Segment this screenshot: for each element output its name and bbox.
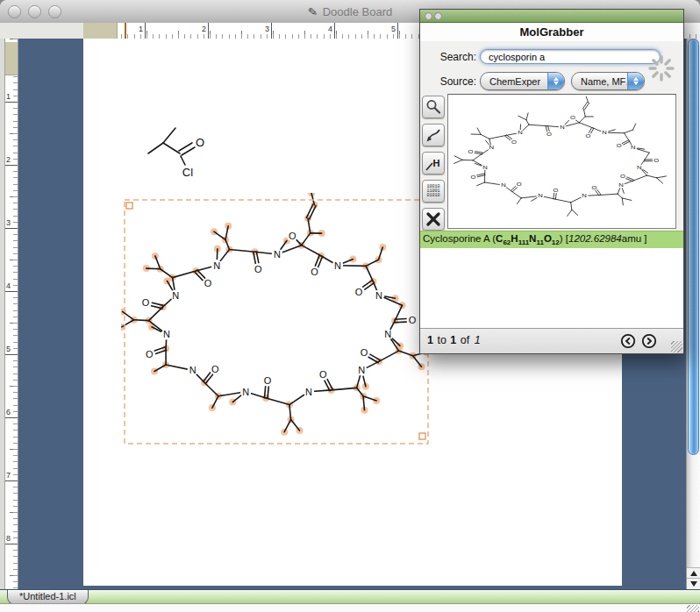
cyclosporin-preview-drawing: OOOOOOOOOOOONNNNNNNNNNN [454, 96, 671, 226]
curved-arrow-icon [424, 125, 443, 145]
svg-text:O: O [553, 188, 558, 193]
svg-text:O: O [204, 278, 212, 288]
ruler-number: 2 [6, 155, 11, 164]
svg-text:N: N [358, 365, 365, 375]
ruler-number: 7 [6, 471, 11, 480]
tools-button[interactable] [422, 208, 445, 231]
svg-text:N: N [602, 130, 607, 135]
binary-data-button[interactable]: 10010 11001 01010 [422, 180, 445, 203]
doodle-board-window: ✎ Doodle Board 123456789 12345678 [0, 0, 700, 612]
ruler-tick [145, 23, 146, 39]
svg-text:O: O [654, 158, 659, 163]
svg-text:O: O [254, 264, 262, 274]
svg-text:N: N [518, 130, 523, 135]
svg-text:N: N [384, 329, 391, 339]
selection-handle-bottomright [419, 433, 425, 439]
magnifier-icon [424, 97, 443, 117]
palette-title: MolGrabber [420, 23, 683, 41]
ruler-number: 6 [6, 408, 11, 416]
svg-text:N: N [189, 365, 196, 375]
result-list-area[interactable] [420, 248, 683, 329]
selection-handle-topleft [126, 203, 132, 209]
next-result-button[interactable] [641, 333, 657, 349]
search-input[interactable] [480, 49, 661, 64]
svg-text:O: O [585, 133, 590, 139]
source-label: Source: [424, 75, 476, 88]
search-result-row[interactable]: Cyclosporine A (C62H111N11O12) [1202.629… [420, 231, 683, 248]
acyl-chloride-molecule[interactable]: O Cl [140, 114, 221, 188]
svg-text:N: N [582, 193, 587, 198]
palette-titlebar[interactable] [420, 10, 683, 23]
source-popup-value: ChemExper [489, 76, 540, 87]
vertical-scrollbar-thumb[interactable] [688, 39, 699, 455]
svg-text:O: O [616, 143, 621, 148]
svg-text:O: O [211, 364, 219, 374]
svg-text:N: N [172, 290, 179, 301]
search-structure-button[interactable] [422, 96, 445, 118]
svg-text:O: O [361, 347, 368, 358]
ruler-tick [397, 23, 398, 39]
v-ruler-margin-block [5, 42, 18, 75]
scroll-down-button[interactable] [687, 578, 700, 589]
ruler-number: 4 [322, 25, 332, 33]
source-popup[interactable]: ChemExper [480, 72, 565, 90]
molgrabber-palette[interactable]: MolGrabber Search: Source: ChemExper Nam… [419, 9, 684, 354]
previous-result-button[interactable] [620, 333, 636, 349]
svg-text:N: N [618, 182, 624, 188]
selection-rectangle [125, 200, 428, 444]
up-arrow-icon [690, 571, 697, 576]
h-ruler-margin-block [83, 23, 118, 39]
ruler-tick [5, 291, 18, 292]
window-resize-grip[interactable] [687, 605, 699, 612]
palette-close-button[interactable] [425, 12, 432, 20]
svg-text:O: O [289, 231, 296, 241]
cyclosporin-molecule-selected[interactable]: OOOOOOOOOOOONNNNNNNNNNN [121, 193, 433, 452]
svg-text:N: N [242, 387, 249, 397]
result-text: Cyclosporine A (C62H111N11O12) [1202.629… [423, 233, 647, 246]
filter-popup[interactable]: Name, MF… [571, 72, 645, 90]
ruler-number: 2 [196, 25, 206, 33]
svg-text:N: N [213, 260, 220, 271]
svg-text:N: N [305, 387, 312, 397]
svg-text:N: N [630, 145, 635, 150]
svg-text:O: O [319, 369, 327, 380]
structure-preview[interactable]: OOOOOOOOOOOONNNNNNNNNNN [447, 94, 676, 229]
palette-collapse-button[interactable] [434, 12, 442, 20]
loading-spinner-icon [646, 53, 676, 83]
svg-text:N: N [482, 165, 488, 170]
svg-text:N: N [163, 329, 170, 339]
vertical-scrollbar[interactable] [686, 39, 700, 589]
svg-text:O: O [570, 115, 575, 120]
svg-text:O: O [546, 132, 551, 137]
svg-text:N: N [334, 260, 341, 271]
ruler-tick [271, 23, 272, 39]
transfer-structure-button[interactable] [422, 124, 445, 146]
binary-icon: 10010 11001 01010 [426, 185, 439, 198]
ruler-tick [208, 23, 209, 39]
svg-text:N: N [560, 125, 565, 130]
down-arrow-icon [690, 581, 697, 587]
h-ruler-origin-marker[interactable] [125, 23, 126, 39]
palette-resize-grip[interactable] [671, 341, 682, 352]
ruler-number: 1 [132, 25, 143, 33]
svg-text:O: O [470, 174, 475, 180]
popup-stepper-icon [547, 73, 564, 89]
svg-text:O: O [409, 315, 417, 325]
search-label: Search: [424, 51, 476, 63]
svg-text:O: O [142, 297, 150, 308]
ruler-tick [5, 544, 18, 544]
ruler-number: 8 [6, 534, 11, 543]
ruler-tick [5, 165, 18, 166]
popup-stepper-icon [627, 73, 644, 89]
ruler-number: 5 [385, 25, 396, 33]
ruler-number: 3 [6, 218, 11, 227]
bottom-scroll-strip[interactable] [0, 603, 700, 612]
palette-status-bar: 1 to 1 of 1 [420, 328, 683, 353]
svg-text:O: O [591, 185, 596, 190]
ruler-tick [5, 228, 18, 229]
ruler-tick [5, 480, 18, 481]
vertical-ruler: 12345678 [5, 39, 18, 589]
svg-text:O: O [619, 174, 625, 179]
add-hydrogens-button[interactable]: H [422, 152, 445, 174]
svg-text:H: H [433, 158, 440, 168]
